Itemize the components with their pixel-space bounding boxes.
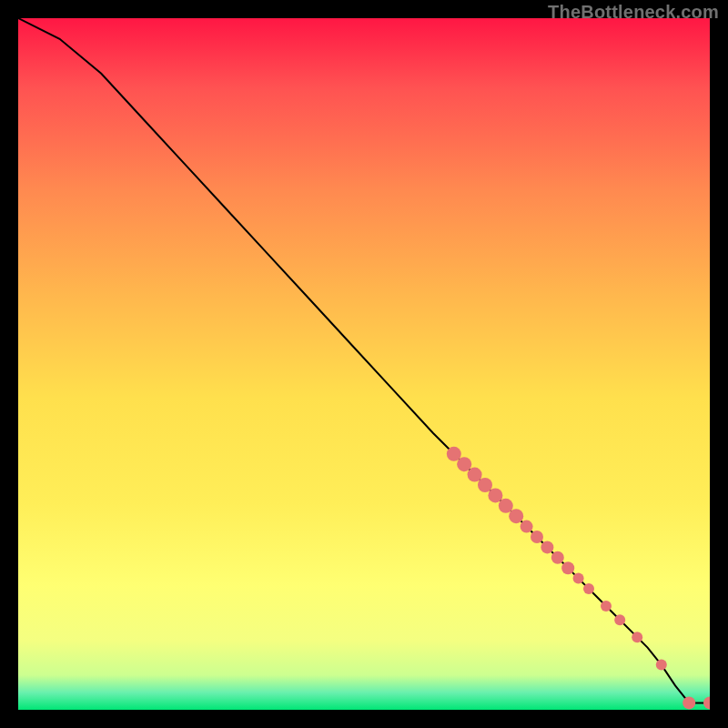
plot-area — [18, 18, 710, 710]
chart-svg — [18, 18, 710, 710]
data-point — [541, 541, 553, 553]
data-point — [573, 573, 584, 584]
data-point — [601, 601, 612, 612]
data-point — [551, 551, 564, 564]
data-point — [521, 521, 533, 533]
data-point — [447, 447, 461, 461]
data-point — [614, 614, 625, 625]
chart-stage: TheBottleneck.com — [0, 0, 728, 728]
data-point — [509, 509, 523, 523]
data-point — [682, 696, 695, 709]
data-point — [478, 478, 492, 492]
data-point — [583, 583, 594, 594]
data-point — [457, 457, 471, 471]
data-point — [561, 561, 574, 574]
data-point — [468, 468, 482, 482]
data-point — [656, 660, 667, 671]
data-point — [488, 488, 502, 502]
data-point — [531, 531, 543, 543]
data-point — [499, 499, 513, 513]
data-point — [632, 632, 642, 642]
